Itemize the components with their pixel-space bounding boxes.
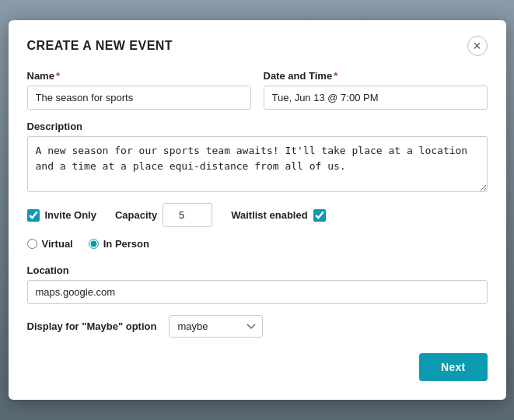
name-input[interactable] <box>27 86 251 110</box>
name-required: * <box>56 70 60 82</box>
location-input[interactable] <box>27 280 488 304</box>
maybe-option-label: Display for "Maybe" option <box>27 320 157 332</box>
description-label: Description <box>27 121 488 132</box>
invite-only-checkbox[interactable] <box>27 209 40 222</box>
virtual-label: Virtual <box>42 238 73 250</box>
datetime-group: Date and Time* <box>264 70 488 110</box>
invite-only-label: Invite Only <box>45 209 96 221</box>
modal-title: CREATE A NEW EVENT <box>27 39 173 53</box>
close-button[interactable]: × <box>467 36 488 56</box>
waitlist-label: Waitlist enabled <box>231 209 307 221</box>
datetime-label: Date and Time* <box>264 70 488 82</box>
capacity-input[interactable] <box>163 203 212 227</box>
close-icon: × <box>473 39 481 53</box>
in-person-radio[interactable] <box>89 239 99 249</box>
datetime-input[interactable] <box>264 86 488 110</box>
virtual-radio-group[interactable]: Virtual <box>27 238 73 250</box>
modal-header: CREATE A NEW EVENT × <box>27 36 488 56</box>
location-type-row: Virtual In Person <box>27 238 488 254</box>
description-textarea[interactable]: A new season for our sports team awaits!… <box>27 136 488 192</box>
next-button[interactable]: Next <box>419 353 487 381</box>
location-label: Location <box>27 264 488 276</box>
in-person-label: In Person <box>103 238 149 250</box>
capacity-group: Capacity <box>115 203 212 227</box>
create-event-modal: CREATE A NEW EVENT × Name* Date and Time… <box>9 20 506 400</box>
in-person-radio-group[interactable]: In Person <box>89 238 149 250</box>
description-group: Description A new season for our sports … <box>27 121 488 192</box>
waitlist-checkbox[interactable] <box>313 209 326 222</box>
maybe-row: Display for "Maybe" option maybe yes/no/… <box>27 315 488 338</box>
maybe-select[interactable]: maybe yes/no/maybe hide <box>169 315 263 338</box>
name-group: Name* <box>27 70 251 110</box>
name-label: Name* <box>27 70 251 82</box>
name-datetime-row: Name* Date and Time* <box>27 70 488 110</box>
datetime-required: * <box>334 70 337 82</box>
options-row: Invite Only Capacity Waitlist enabled <box>27 203 488 227</box>
waitlist-group: Waitlist enabled <box>231 209 325 222</box>
modal-footer: Next <box>27 353 488 381</box>
capacity-label: Capacity <box>115 209 157 221</box>
virtual-radio[interactable] <box>27 239 37 249</box>
location-group: Location <box>27 264 488 304</box>
invite-only-group: Invite Only <box>27 209 96 222</box>
